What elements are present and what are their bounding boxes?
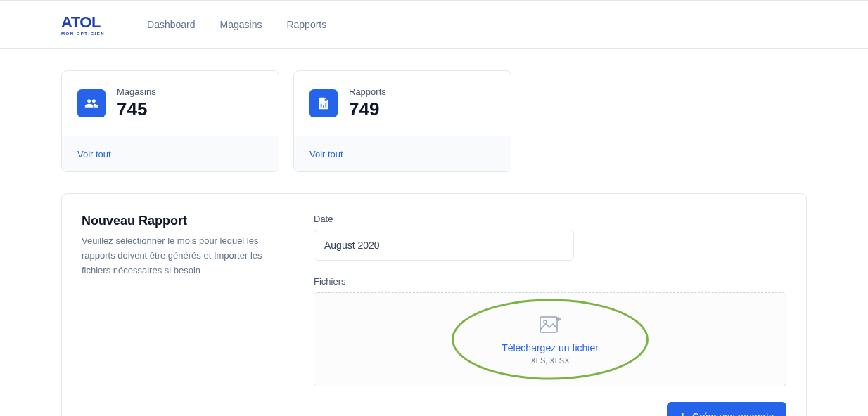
main-content: Magasins 745 Voir tout Rapports 749 Voir…	[47, 49, 821, 416]
view-all-magasins-link[interactable]: Voir tout	[77, 149, 111, 160]
file-dropzone[interactable]: Téléchargez un fichier XLS, XLSX	[314, 292, 786, 386]
view-all-rapports-link[interactable]: Voir tout	[309, 149, 343, 160]
report-icon	[309, 89, 338, 117]
create-reports-button[interactable]: + Créer vos rapports	[667, 402, 786, 416]
nav-dashboard[interactable]: Dashboard	[147, 19, 196, 30]
panel-description: Veuillez sélectionner le mois pour leque…	[82, 234, 293, 278]
brand-logo[interactable]: ATOL MON OPTICIEN	[61, 13, 105, 36]
date-label: Date	[314, 214, 786, 224]
main-nav: Dashboard Magasins Rapports	[147, 19, 326, 30]
card-value: 745	[117, 98, 156, 120]
card-rapports: Rapports 749 Voir tout	[293, 70, 511, 172]
card-label: Magasins	[117, 86, 156, 97]
logo-text: ATOL	[61, 13, 105, 32]
summary-cards: Magasins 745 Voir tout Rapports 749 Voir…	[61, 70, 807, 172]
logo-subtitle: MON OPTICIEN	[61, 32, 105, 36]
upload-link[interactable]: Téléchargez un fichier	[502, 342, 599, 353]
svg-rect-0	[540, 317, 557, 332]
highlight-annotation	[452, 299, 649, 380]
date-input[interactable]	[314, 230, 574, 261]
nav-rapports[interactable]: Rapports	[286, 19, 326, 30]
plus-icon: +	[679, 410, 687, 416]
image-upload-icon	[539, 314, 561, 334]
files-label: Fichiers	[314, 276, 786, 287]
people-icon	[77, 89, 106, 117]
svg-point-1	[544, 320, 547, 323]
button-label: Créer vos rapports	[692, 411, 774, 416]
upload-hint: XLS, XLSX	[530, 356, 569, 365]
new-report-panel: Nouveau Rapport Veuillez sélectionner le…	[61, 193, 807, 416]
top-navigation: ATOL MON OPTICIEN Dashboard Magasins Rap…	[0, 0, 868, 49]
card-magasins: Magasins 745 Voir tout	[61, 70, 279, 172]
panel-title: Nouveau Rapport	[82, 214, 293, 228]
card-label: Rapports	[349, 86, 386, 97]
nav-magasins[interactable]: Magasins	[220, 19, 262, 30]
card-value: 749	[349, 98, 386, 120]
